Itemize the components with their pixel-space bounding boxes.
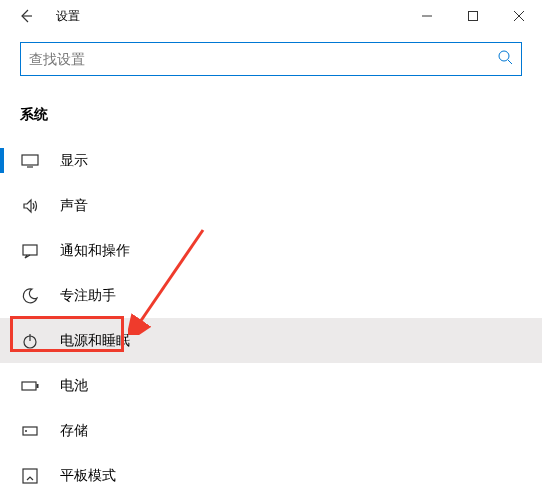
nav-item-label: 显示 [60, 152, 88, 170]
svg-rect-6 [37, 384, 39, 388]
svg-rect-3 [23, 245, 37, 255]
svg-rect-5 [22, 382, 36, 390]
window-controls [404, 0, 542, 32]
svg-rect-9 [23, 469, 37, 483]
nav-item-label: 电源和睡眠 [60, 332, 130, 350]
nav-item-label: 专注助手 [60, 287, 116, 305]
maximize-icon [468, 11, 478, 21]
search-input[interactable] [29, 51, 497, 67]
nav-item-tablet[interactable]: 平板模式 [0, 453, 542, 498]
tablet-icon [20, 466, 40, 486]
maximize-button[interactable] [450, 0, 496, 32]
titlebar: 设置 [0, 0, 542, 32]
search-container [0, 32, 542, 76]
nav-item-label: 通知和操作 [60, 242, 130, 260]
nav-list: 显示 声音 通知和操作 专注助手 电源和睡眠 电池 存储 [0, 138, 542, 498]
svg-rect-0 [469, 12, 478, 21]
nav-item-battery[interactable]: 电池 [0, 363, 542, 408]
close-icon [514, 11, 524, 21]
power-icon [20, 331, 40, 351]
svg-rect-2 [22, 155, 38, 165]
storage-icon [20, 421, 40, 441]
nav-item-label: 电池 [60, 377, 88, 395]
back-button[interactable] [8, 0, 44, 32]
section-header: 系统 [0, 76, 542, 138]
nav-item-label: 平板模式 [60, 467, 116, 485]
nav-item-sound[interactable]: 声音 [0, 183, 542, 228]
sound-icon [20, 196, 40, 216]
focus-icon [20, 286, 40, 306]
nav-item-label: 存储 [60, 422, 88, 440]
nav-item-display[interactable]: 显示 [0, 138, 542, 183]
notification-icon [20, 241, 40, 261]
search-icon [497, 49, 513, 69]
arrow-left-icon [18, 8, 34, 24]
display-icon [20, 151, 40, 171]
nav-item-storage[interactable]: 存储 [0, 408, 542, 453]
minimize-icon [422, 11, 432, 21]
nav-item-notifications[interactable]: 通知和操作 [0, 228, 542, 273]
nav-item-label: 声音 [60, 197, 88, 215]
svg-point-8 [25, 430, 27, 432]
nav-item-focus[interactable]: 专注助手 [0, 273, 542, 318]
nav-item-power[interactable]: 电源和睡眠 [0, 318, 542, 363]
minimize-button[interactable] [404, 0, 450, 32]
close-button[interactable] [496, 0, 542, 32]
search-box[interactable] [20, 42, 522, 76]
svg-point-1 [499, 51, 509, 61]
window-title: 设置 [56, 8, 404, 25]
battery-icon [20, 376, 40, 396]
